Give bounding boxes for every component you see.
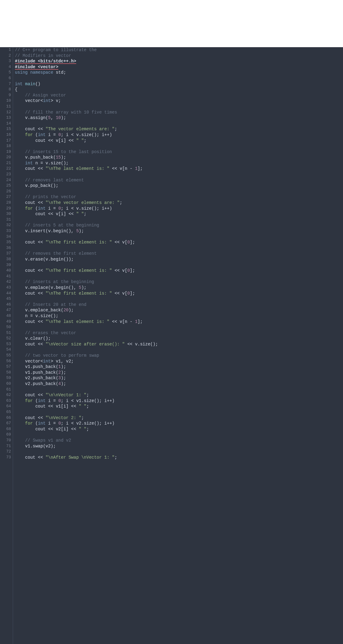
code-line[interactable]: // prints the vector xyxy=(15,194,341,200)
code-line[interactable] xyxy=(15,75,341,81)
code-line[interactable]: n = v.size(); xyxy=(15,313,341,319)
token: "\n\nVector 1: " xyxy=(46,393,86,397)
code-line[interactable] xyxy=(15,121,341,127)
code-line[interactable] xyxy=(15,324,341,330)
code-line[interactable]: v.pop_back(); xyxy=(15,183,341,189)
token: << v.size(); xyxy=(125,342,158,347)
code-line[interactable]: // Assign vector xyxy=(15,93,341,98)
token xyxy=(15,302,25,307)
token: ; xyxy=(115,455,117,460)
code-line[interactable] xyxy=(15,245,341,251)
code-line[interactable]: // inserts 5 at the beginning xyxy=(15,222,341,228)
code-line[interactable]: v2.push_back(4); xyxy=(15,381,341,387)
code-line[interactable]: // Modifiers in vector xyxy=(15,53,341,59)
code-line[interactable] xyxy=(15,143,341,149)
code-line[interactable]: for (int i = 0; i < v2.size(); i++) xyxy=(15,421,341,426)
code-line[interactable]: int main() xyxy=(15,81,341,87)
code-line[interactable]: cout << "\nThe first element is: " << v[… xyxy=(15,240,341,245)
code-line[interactable]: v2.push_back(3); xyxy=(15,375,341,381)
code-line[interactable]: v.erase(v.begin()); xyxy=(15,257,341,262)
line-number: 73 xyxy=(3,455,11,460)
code-line[interactable]: // two vector to perform swap xyxy=(15,353,341,359)
code-line[interactable]: // C++ program to illustrate the xyxy=(15,47,341,53)
code-line[interactable]: { xyxy=(15,87,341,93)
code-line[interactable] xyxy=(15,387,341,393)
code-line[interactable]: // removes the first element xyxy=(15,251,341,257)
code-line[interactable]: for (int i = 0; i < v.size(); i++) xyxy=(15,132,341,138)
code-line[interactable] xyxy=(15,449,341,455)
code-line[interactable] xyxy=(15,189,341,194)
token: " " xyxy=(76,212,84,216)
token: // two vector to perform swap xyxy=(25,353,99,358)
line-number: 9 xyxy=(3,93,11,98)
code-line[interactable]: cout << "\nThe first element is: " << v[… xyxy=(15,291,341,296)
code-line[interactable]: cout << v[i] << " "; xyxy=(15,211,341,217)
code-line[interactable] xyxy=(15,296,341,302)
code-line[interactable]: cout << "\nThe first element is: " << v[… xyxy=(15,268,341,274)
code-line[interactable]: using namespace std; xyxy=(15,70,341,75)
code-line[interactable]: cout << v2[i] << " "; xyxy=(15,426,341,432)
line-number: 71 xyxy=(3,443,11,449)
code-line[interactable]: // erases the vector xyxy=(15,330,341,336)
code-line[interactable] xyxy=(15,217,341,223)
code-line[interactable]: v.clear(); xyxy=(15,336,341,341)
code-line[interactable]: v1.push_back(1); xyxy=(15,364,341,370)
token: cout << xyxy=(15,127,46,131)
code-line[interactable] xyxy=(15,104,341,110)
code-line[interactable]: cout << "\nThe vector elements are: "; xyxy=(15,200,341,206)
token: // Swaps v1 and v2 xyxy=(25,438,71,443)
token: " " xyxy=(79,404,86,409)
code-line[interactable]: cout << v[i] << " "; xyxy=(15,138,341,144)
code-line[interactable]: // inserts at the beginning xyxy=(15,279,341,285)
code-line[interactable]: v1.push_back(2); xyxy=(15,370,341,376)
code-line[interactable]: vector<int> v1, v2; xyxy=(15,359,341,364)
code-line[interactable]: // fill the array with 10 five times xyxy=(15,110,341,115)
code-line[interactable]: cout << "\nThe last element is: " << v[n… xyxy=(15,319,341,325)
line-number: 25 xyxy=(3,183,11,189)
code-line[interactable]: cout << v1[i] << " "; xyxy=(15,404,341,409)
code-line[interactable]: v.assign(5, 10); xyxy=(15,115,341,121)
line-number: 32 xyxy=(3,222,11,228)
code-line[interactable]: // inserts 15 to the last position xyxy=(15,149,341,155)
code-line[interactable] xyxy=(15,262,341,268)
code-line[interactable] xyxy=(15,347,341,353)
code-line[interactable]: // Swaps v1 and v2 xyxy=(15,438,341,443)
code-line[interactable] xyxy=(15,274,341,279)
code-line[interactable] xyxy=(15,172,341,177)
code-line[interactable] xyxy=(15,234,341,240)
line-number: 12 xyxy=(3,110,11,115)
code-line[interactable]: cout << "\nVector 2: "; xyxy=(15,415,341,421)
line-number: 38 xyxy=(3,257,11,262)
code-line[interactable]: v.push_back(15); xyxy=(15,155,341,160)
code-line[interactable]: cout << "\nAfter Swap \nVector 1: "; xyxy=(15,455,341,460)
token: ; xyxy=(84,138,86,143)
code-line[interactable]: for (int i = 0; i < v1.size(); i++) xyxy=(15,398,341,404)
code-line[interactable]: #include <vector> xyxy=(15,64,341,70)
code-line[interactable]: vector<int> v; xyxy=(15,98,341,104)
token: 1 xyxy=(58,364,61,369)
code-line[interactable]: v.insert(v.begin(), 5); xyxy=(15,228,341,234)
code-line[interactable] xyxy=(15,432,341,438)
code-line[interactable]: v.emplace_back(20); xyxy=(15,307,341,313)
code-line[interactable]: v1.swap(v2); xyxy=(15,443,341,449)
code-content[interactable]: // C++ program to illustrate the// Modif… xyxy=(13,47,343,644)
code-line[interactable]: for (int i = 0; i < v.size(); i++) xyxy=(15,206,341,212)
token: ); xyxy=(61,155,66,160)
code-line[interactable]: cout << "\n\nVector 1: "; xyxy=(15,392,341,398)
code-line[interactable]: #include <bits/stdc++.h> xyxy=(15,58,341,64)
code-line[interactable]: cout << "\nVector size after erase(): " … xyxy=(15,341,341,347)
line-number: 58 xyxy=(3,370,11,376)
code-line[interactable]: cout << "The vector elements are: "; xyxy=(15,126,341,132)
line-number: 72 xyxy=(3,449,11,455)
code-line[interactable]: cout << "\nThe last element is: " << v[n… xyxy=(15,166,341,172)
token: "\nVector size after erase(): " xyxy=(46,342,125,347)
code-line[interactable]: int n = v.size(); xyxy=(15,160,341,166)
code-line[interactable]: // removes last element xyxy=(15,177,341,183)
code-editor[interactable]: 1234567891011121314151617181920212223242… xyxy=(0,47,343,644)
code-line[interactable] xyxy=(15,409,341,415)
code-line[interactable]: // Inserts 20 at the end xyxy=(15,302,341,308)
code-line[interactable]: v.emplace(v.begin(), 5); xyxy=(15,285,341,291)
token: int xyxy=(43,359,50,364)
token: cout << xyxy=(15,268,46,273)
token: ]; xyxy=(130,268,135,273)
